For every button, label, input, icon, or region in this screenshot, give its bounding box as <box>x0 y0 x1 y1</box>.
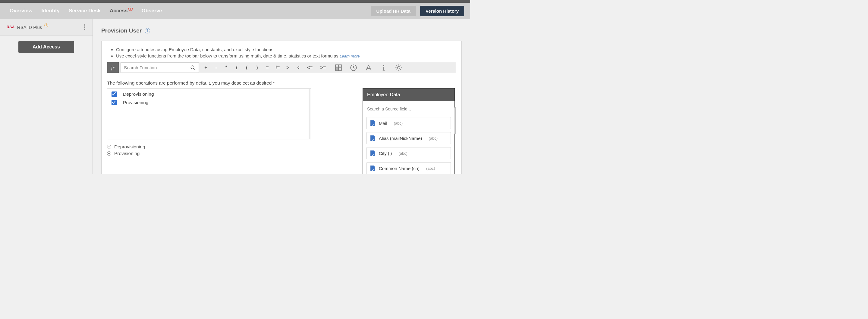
database-icon <box>370 150 375 156</box>
field-type: (abc) <box>429 136 438 141</box>
employee-data-search-input[interactable] <box>367 105 451 114</box>
employee-data-panel: Employee Data Mail (abc) Alias (mailNick… <box>363 88 455 174</box>
op-neq[interactable]: != <box>273 65 283 70</box>
employee-data-search <box>367 105 451 114</box>
math-icon[interactable] <box>335 64 342 72</box>
op-lte[interactable]: <= <box>303 65 316 70</box>
op-minus[interactable]: - <box>211 65 221 70</box>
op-plus[interactable]: + <box>201 65 211 70</box>
date-time-icon[interactable] <box>350 64 358 72</box>
sidebar-app-row[interactable]: RSA RSA ID Plus ! <box>0 19 93 36</box>
op-paren-close[interactable]: ) <box>252 65 262 70</box>
tab-overview-label: Overview <box>10 8 33 14</box>
tab-observe-label: Observe <box>142 8 162 14</box>
employee-data-scrollbar[interactable] <box>455 107 456 134</box>
instruction-bullet-1: Configure attributes using Employee Data… <box>116 46 456 53</box>
text-icon[interactable] <box>365 64 373 72</box>
op-paren-open[interactable]: ( <box>242 65 252 70</box>
employee-data-title: Employee Data <box>363 88 455 101</box>
version-history-label: Version History <box>426 8 459 13</box>
checkbox-provisioning[interactable] <box>112 100 117 105</box>
learn-more-link[interactable]: Learn more <box>340 54 360 59</box>
operations-summary: Deprovisioning Provisioning <box>107 144 311 156</box>
summary-label: Deprovisioning <box>114 144 145 149</box>
field-label: Common Name (cn) <box>379 166 420 171</box>
formula-toolbar: fx + - * / ( ) = != > < <= >= <box>107 62 456 73</box>
misc-icon[interactable] <box>395 64 403 72</box>
operation-label: Provisioning <box>123 100 148 105</box>
kebab-menu-icon[interactable] <box>82 24 88 30</box>
main-panel: Provision User ? Configure attributes us… <box>93 19 470 174</box>
op-eq[interactable]: = <box>262 65 273 70</box>
rsa-logo: RSA <box>7 25 15 29</box>
instruction-bullet-2: Use excel-style functions from the toolb… <box>116 53 456 59</box>
checkbox-deprovisioning[interactable] <box>112 92 117 97</box>
tab-access[interactable]: Access ! <box>110 3 133 19</box>
tab-overview[interactable]: Overview <box>10 3 33 19</box>
search-icon[interactable] <box>190 65 195 70</box>
provision-card: Configure attributes using Employee Data… <box>101 41 462 174</box>
upload-hr-data-button[interactable]: Upload HR Data <box>371 6 416 16</box>
tab-identity-label: Identity <box>41 8 60 14</box>
field-type: (abc) <box>426 166 435 171</box>
remove-icon[interactable] <box>107 151 111 155</box>
svg-point-4 <box>398 66 400 69</box>
tab-access-label: Access <box>110 8 128 14</box>
operation-item-provisioning[interactable]: Provisioning <box>112 100 307 105</box>
svg-point-0 <box>191 66 194 69</box>
operation-label: Deprovisioning <box>123 92 154 97</box>
summary-row-deprovisioning[interactable]: Deprovisioning <box>107 144 311 149</box>
remove-icon[interactable] <box>107 145 111 149</box>
operations-scrollbar[interactable] <box>309 89 310 139</box>
sidebar: RSA RSA ID Plus ! Add Access <box>0 19 93 174</box>
add-access-label: Add Access <box>33 44 60 49</box>
tab-observe[interactable]: Observe <box>142 3 162 19</box>
search-function-input[interactable] <box>124 63 190 73</box>
database-icon <box>370 135 375 141</box>
fx-icon[interactable]: fx <box>107 62 119 73</box>
summary-label: Provisioning <box>114 151 140 156</box>
field-label: Mail <box>379 121 387 126</box>
warning-icon: ! <box>44 24 48 27</box>
operators-group: + - * / ( ) = != > < <= >= <box>201 62 330 73</box>
svg-point-3 <box>383 65 384 66</box>
function-categories <box>330 62 407 73</box>
op-multiply[interactable]: * <box>221 65 231 70</box>
tab-identity[interactable]: Identity <box>41 3 60 19</box>
window-topbar <box>0 0 470 3</box>
operations-listbox: Deprovisioning Provisioning <box>107 88 311 140</box>
database-icon <box>370 165 375 172</box>
section-title: Provision User <box>101 27 142 34</box>
upload-hr-label: Upload HR Data <box>376 8 410 13</box>
database-icon <box>370 120 375 127</box>
help-icon[interactable]: ? <box>145 28 150 33</box>
operations-instruction: The following operations are performed b… <box>107 80 456 86</box>
field-label: Alias (mailNickName) <box>379 136 422 141</box>
field-common-name[interactable]: Common Name (cn) (abc) <box>367 162 451 174</box>
field-city[interactable]: City (l) (abc) <box>367 147 451 159</box>
search-function-box <box>121 62 199 73</box>
op-lt[interactable]: < <box>293 65 303 70</box>
summary-row-provisioning[interactable]: Provisioning <box>107 151 311 156</box>
op-gt[interactable]: > <box>283 65 293 70</box>
sidebar-app-name: RSA ID Plus <box>17 25 42 30</box>
operation-item-deprovisioning[interactable]: Deprovisioning <box>112 92 307 97</box>
version-history-button[interactable]: Version History <box>420 6 464 16</box>
alert-icon: ! <box>128 7 133 11</box>
field-alias[interactable]: Alias (mailNickName) (abc) <box>367 132 451 144</box>
field-type: (abc) <box>394 121 403 126</box>
info-icon[interactable] <box>380 64 388 72</box>
tab-service-desk[interactable]: Service Desk <box>69 3 101 19</box>
nav-tab-bar: Overview Identity Service Desk Access ! … <box>0 3 470 19</box>
field-type: (abc) <box>398 151 407 155</box>
field-label: City (l) <box>379 151 392 156</box>
op-gte[interactable]: >= <box>316 65 330 70</box>
op-divide[interactable]: / <box>231 65 242 70</box>
tab-service-desk-label: Service Desk <box>69 8 101 14</box>
field-mail[interactable]: Mail (abc) <box>367 117 451 129</box>
add-access-button[interactable]: Add Access <box>19 41 74 53</box>
